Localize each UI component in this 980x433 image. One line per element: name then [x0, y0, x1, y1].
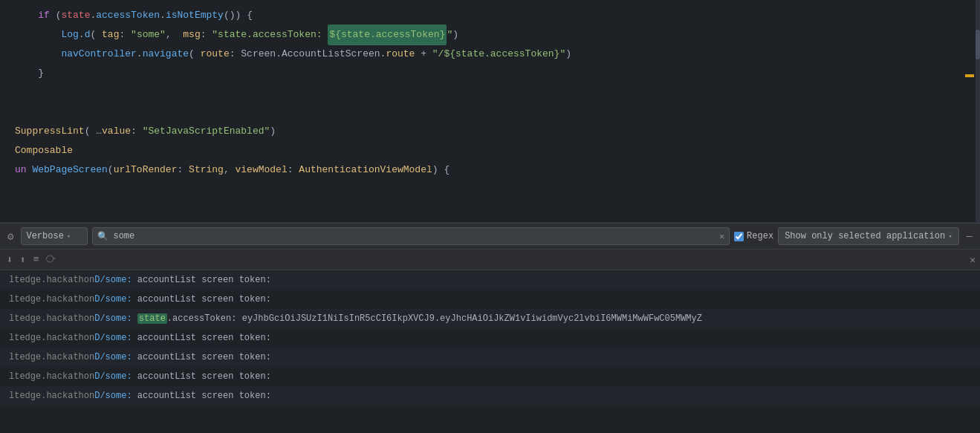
log-line-2: ltedge.hackathon D/some: accountList scr…: [0, 290, 980, 309]
verbose-label: Verbose: [26, 231, 63, 241]
yellow-indicator: [965, 74, 974, 77]
show-only-label: Show only selected application: [785, 231, 945, 241]
editor-scrollbar[interactable]: [976, 0, 980, 223]
search-clear-icon[interactable]: ✕: [719, 231, 724, 242]
code-line-9: un WebPageScreen ( urlToRender : String …: [0, 160, 980, 180]
search-icon: 🔍: [97, 231, 108, 242]
gear-icon[interactable]: ⚙: [4, 230, 16, 243]
log-line-4: ltedge.hackathon D/some: accountList scr…: [0, 328, 980, 348]
code-line-1: if ( state . accessToken . isNotEmpty ()…: [0, 6, 980, 25]
logcat-toolbar: ⚙ Verbose ▾ 🔍 ✕ Regex Show only selected…: [0, 223, 980, 250]
code-editor: if ( state . accessToken . isNotEmpty ()…: [0, 0, 980, 223]
verbose-dropdown[interactable]: Verbose ▾: [21, 227, 88, 245]
search-bar[interactable]: 🔍 ✕: [92, 227, 730, 245]
filter-icon[interactable]: ⧂: [44, 253, 58, 267]
code-line-5: [0, 83, 980, 102]
regex-label: Regex: [747, 231, 773, 241]
code-line-4: }: [0, 64, 980, 83]
code-line-6: [0, 102, 980, 122]
chevron-down-icon: ▾: [67, 232, 71, 241]
code-line-8: Composable: [0, 141, 980, 160]
editor-scrollbar-thumb[interactable]: [976, 30, 980, 59]
close-logcat-icon[interactable]: ✕: [970, 254, 976, 266]
clear-logcat-icon[interactable]: ≡: [31, 253, 42, 267]
log-line-5: ltedge.hackathon D/some: accountList scr…: [0, 348, 980, 367]
close-panel-icon[interactable]: —: [964, 230, 976, 242]
regex-checkbox[interactable]: [734, 232, 744, 241]
log-output: ltedge.hackathon D/some: accountList scr…: [0, 270, 980, 433]
log-line-3: ltedge.hackathon D/some: state .accessTo…: [0, 309, 980, 328]
code-line-7: SuppressLint ( … value : "SetJavaScriptE…: [0, 122, 980, 141]
search-input[interactable]: [113, 231, 714, 241]
log-line-6: ltedge.hackathon D/some: accountList scr…: [0, 367, 980, 386]
show-only-chevron-icon: ▾: [948, 232, 952, 241]
show-only-button[interactable]: Show only selected application ▾: [778, 227, 958, 245]
scroll-to-start-icon[interactable]: ⬆: [18, 253, 28, 267]
code-line-3: navController . navigate ( route : Scree…: [0, 45, 980, 64]
code-line-2: Log . d ( tag : "some" , msg : "state.ac…: [0, 25, 980, 45]
log-line-7: ltedge.hackathon D/some: accountList scr…: [0, 386, 980, 406]
logcat-toolbar2: ⬇ ⬆ ≡ ⧂ ✕: [0, 250, 980, 270]
log-line-1: ltedge.hackathon D/some: accountList scr…: [0, 270, 980, 290]
scroll-to-end-icon[interactable]: ⬇: [4, 253, 15, 267]
regex-group: Regex: [734, 231, 773, 241]
